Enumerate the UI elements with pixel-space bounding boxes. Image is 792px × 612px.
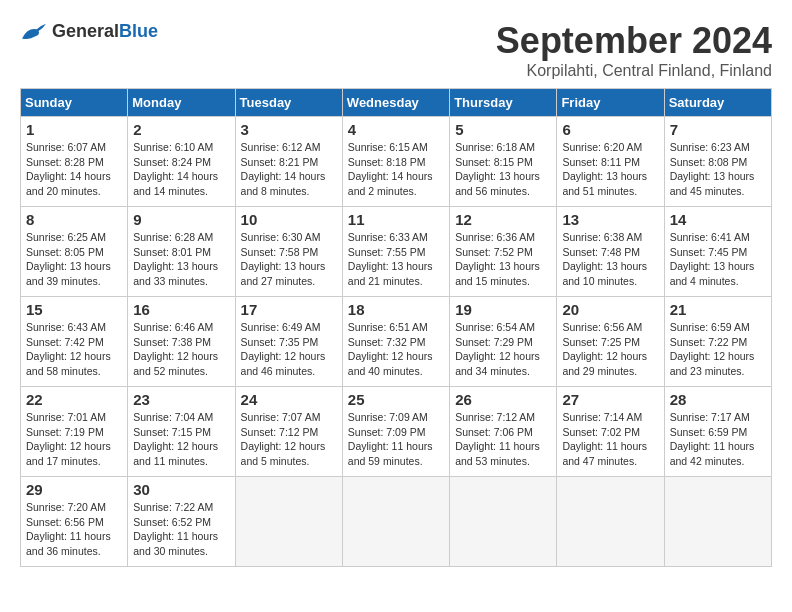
day-27: 27 Sunrise: 7:14 AMSunset: 7:02 PMDaylig…: [557, 387, 664, 477]
calendar-week-4: 22 Sunrise: 7:01 AMSunset: 7:19 PMDaylig…: [21, 387, 772, 477]
day-empty-5: [664, 477, 771, 567]
day-18: 18 Sunrise: 6:51 AMSunset: 7:32 PMDaylig…: [342, 297, 449, 387]
day-3: 3 Sunrise: 6:12 AMSunset: 8:21 PMDayligh…: [235, 117, 342, 207]
day-28: 28 Sunrise: 7:17 AMSunset: 6:59 PMDaylig…: [664, 387, 771, 477]
page-header: GeneralBlue September 2024 Korpilahti, C…: [20, 20, 772, 80]
header-thursday: Thursday: [450, 89, 557, 117]
day-12: 12 Sunrise: 6:36 AMSunset: 7:52 PMDaylig…: [450, 207, 557, 297]
day-1: 1 Sunrise: 6:07 AMSunset: 8:28 PMDayligh…: [21, 117, 128, 207]
day-7: 7 Sunrise: 6:23 AMSunset: 8:08 PMDayligh…: [664, 117, 771, 207]
logo-text: GeneralBlue: [52, 22, 158, 42]
weekday-header-row: Sunday Monday Tuesday Wednesday Thursday…: [21, 89, 772, 117]
day-21: 21 Sunrise: 6:59 AMSunset: 7:22 PMDaylig…: [664, 297, 771, 387]
day-empty-3: [450, 477, 557, 567]
day-16: 16 Sunrise: 6:46 AMSunset: 7:38 PMDaylig…: [128, 297, 235, 387]
calendar-week-5: 29 Sunrise: 7:20 AMSunset: 6:56 PMDaylig…: [21, 477, 772, 567]
day-17: 17 Sunrise: 6:49 AMSunset: 7:35 PMDaylig…: [235, 297, 342, 387]
day-8: 8 Sunrise: 6:25 AMSunset: 8:05 PMDayligh…: [21, 207, 128, 297]
calendar-week-3: 15 Sunrise: 6:43 AMSunset: 7:42 PMDaylig…: [21, 297, 772, 387]
day-9: 9 Sunrise: 6:28 AMSunset: 8:01 PMDayligh…: [128, 207, 235, 297]
logo-bird-icon: [20, 20, 48, 44]
day-10: 10 Sunrise: 6:30 AMSunset: 7:58 PMDaylig…: [235, 207, 342, 297]
day-4: 4 Sunrise: 6:15 AMSunset: 8:18 PMDayligh…: [342, 117, 449, 207]
logo-general: General: [52, 21, 119, 41]
location-title: Korpilahti, Central Finland, Finland: [496, 62, 772, 80]
day-11: 11 Sunrise: 6:33 AMSunset: 7:55 PMDaylig…: [342, 207, 449, 297]
day-23: 23 Sunrise: 7:04 AMSunset: 7:15 PMDaylig…: [128, 387, 235, 477]
day-empty-2: [342, 477, 449, 567]
day-2: 2 Sunrise: 6:10 AMSunset: 8:24 PMDayligh…: [128, 117, 235, 207]
calendar-table: Sunday Monday Tuesday Wednesday Thursday…: [20, 88, 772, 567]
header-saturday: Saturday: [664, 89, 771, 117]
day-empty-4: [557, 477, 664, 567]
day-20: 20 Sunrise: 6:56 AMSunset: 7:25 PMDaylig…: [557, 297, 664, 387]
header-monday: Monday: [128, 89, 235, 117]
day-6: 6 Sunrise: 6:20 AMSunset: 8:11 PMDayligh…: [557, 117, 664, 207]
day-26: 26 Sunrise: 7:12 AMSunset: 7:06 PMDaylig…: [450, 387, 557, 477]
day-5: 5 Sunrise: 6:18 AMSunset: 8:15 PMDayligh…: [450, 117, 557, 207]
day-19: 19 Sunrise: 6:54 AMSunset: 7:29 PMDaylig…: [450, 297, 557, 387]
day-24: 24 Sunrise: 7:07 AMSunset: 7:12 PMDaylig…: [235, 387, 342, 477]
day-29: 29 Sunrise: 7:20 AMSunset: 6:56 PMDaylig…: [21, 477, 128, 567]
day-13: 13 Sunrise: 6:38 AMSunset: 7:48 PMDaylig…: [557, 207, 664, 297]
header-tuesday: Tuesday: [235, 89, 342, 117]
logo: GeneralBlue: [20, 20, 158, 44]
day-22: 22 Sunrise: 7:01 AMSunset: 7:19 PMDaylig…: [21, 387, 128, 477]
calendar-week-2: 8 Sunrise: 6:25 AMSunset: 8:05 PMDayligh…: [21, 207, 772, 297]
header-wednesday: Wednesday: [342, 89, 449, 117]
logo-blue: Blue: [119, 21, 158, 41]
day-30: 30 Sunrise: 7:22 AMSunset: 6:52 PMDaylig…: [128, 477, 235, 567]
day-empty-1: [235, 477, 342, 567]
header-sunday: Sunday: [21, 89, 128, 117]
day-25: 25 Sunrise: 7:09 AMSunset: 7:09 PMDaylig…: [342, 387, 449, 477]
month-title: September 2024: [496, 20, 772, 62]
title-section: September 2024 Korpilahti, Central Finla…: [496, 20, 772, 80]
calendar-week-1: 1 Sunrise: 6:07 AMSunset: 8:28 PMDayligh…: [21, 117, 772, 207]
day-15: 15 Sunrise: 6:43 AMSunset: 7:42 PMDaylig…: [21, 297, 128, 387]
day-14: 14 Sunrise: 6:41 AMSunset: 7:45 PMDaylig…: [664, 207, 771, 297]
header-friday: Friday: [557, 89, 664, 117]
